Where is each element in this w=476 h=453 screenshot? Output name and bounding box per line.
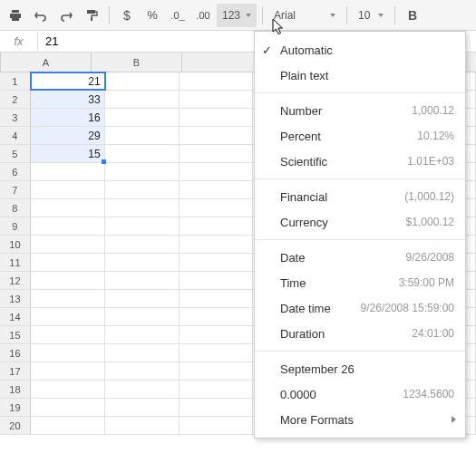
cell[interactable] [105, 381, 180, 398]
cell[interactable] [105, 145, 180, 162]
cell[interactable] [105, 127, 180, 144]
menu-item[interactable]: Number1,000.12 [255, 98, 465, 123]
cell[interactable]: 15 [31, 145, 105, 162]
cell[interactable] [31, 236, 105, 253]
cell[interactable] [105, 199, 180, 217]
menu-item[interactable]: Scientific1.01E+03 [255, 149, 465, 174]
cell[interactable] [105, 344, 180, 361]
column-header[interactable]: B [92, 53, 182, 72]
cell[interactable] [105, 399, 180, 416]
cell[interactable] [180, 181, 254, 198]
cell[interactable] [105, 417, 180, 434]
cell[interactable] [105, 109, 180, 126]
cell[interactable] [180, 91, 254, 108]
row-header[interactable]: 17 [0, 362, 31, 380]
menu-item[interactable]: Percent10.12% [255, 123, 465, 149]
cell[interactable] [31, 163, 105, 180]
row-header[interactable]: 3 [0, 109, 31, 126]
row-header[interactable]: 10 [0, 236, 31, 253]
cell[interactable] [105, 362, 180, 380]
cell[interactable] [105, 163, 180, 180]
row-header[interactable]: 20 [0, 417, 31, 434]
more-formats-dropdown[interactable]: 123 [217, 4, 257, 27]
menu-item[interactable]: Time3:59:00 PM [255, 270, 465, 295]
bold-button[interactable]: B [401, 4, 424, 27]
undo-button[interactable] [29, 4, 53, 27]
cell[interactable] [180, 199, 254, 217]
cell[interactable] [180, 290, 254, 307]
cell[interactable] [105, 72, 180, 90]
menu-item[interactable]: 0.00001234.5600 [255, 381, 465, 407]
cell[interactable] [105, 272, 180, 289]
paint-format-button[interactable] [80, 4, 103, 27]
row-header[interactable]: 8 [0, 199, 31, 217]
cell[interactable] [105, 217, 180, 235]
cell[interactable] [31, 199, 105, 217]
menu-item[interactable]: ✓Automatic [255, 37, 465, 63]
menu-item[interactable]: Plain text [255, 63, 465, 88]
cell[interactable] [180, 326, 254, 343]
menu-item[interactable]: September 26 [255, 356, 465, 381]
cell[interactable] [180, 417, 254, 434]
row-header[interactable]: 16 [0, 344, 31, 361]
cell[interactable] [31, 272, 105, 289]
cell[interactable] [31, 308, 105, 325]
cell[interactable] [105, 91, 180, 108]
row-header[interactable]: 18 [0, 381, 31, 398]
cell[interactable] [31, 399, 105, 416]
cell[interactable] [180, 381, 254, 398]
cell[interactable] [180, 344, 254, 361]
cell[interactable] [105, 254, 180, 271]
menu-item[interactable]: Currency$1,000.12 [255, 209, 465, 235]
row-header[interactable]: 14 [0, 308, 31, 325]
column-header[interactable]: A [1, 53, 92, 72]
cell[interactable] [31, 181, 105, 198]
cell[interactable] [180, 272, 254, 289]
row-header[interactable]: 13 [0, 290, 31, 307]
cell[interactable] [180, 362, 254, 380]
cell[interactable] [31, 290, 105, 307]
cell[interactable] [180, 254, 254, 271]
percent-button[interactable]: % [141, 4, 164, 27]
cell[interactable] [180, 236, 254, 253]
row-header[interactable]: 9 [0, 217, 31, 235]
row-header[interactable]: 4 [0, 127, 31, 144]
font-family-dropdown[interactable]: Arial [268, 4, 341, 27]
cell[interactable] [31, 362, 105, 380]
menu-item[interactable]: Date time9/26/2008 15:59:00 [255, 295, 465, 321]
cell[interactable]: 29 [31, 127, 105, 144]
redo-button[interactable] [54, 4, 78, 27]
cell[interactable]: 16 [31, 109, 105, 126]
cell[interactable]: 21 [31, 72, 105, 90]
row-header[interactable]: 7 [0, 181, 31, 198]
cell[interactable]: 33 [31, 91, 105, 108]
cell[interactable] [105, 181, 180, 198]
cell[interactable] [180, 217, 254, 235]
cell[interactable] [31, 326, 105, 343]
menu-item[interactable]: Duration24:01:00 [255, 321, 465, 346]
cell[interactable] [31, 417, 105, 434]
cell[interactable] [180, 399, 254, 416]
cell[interactable] [31, 217, 105, 235]
row-header[interactable]: 19 [0, 399, 31, 416]
decrease-decimal-button[interactable]: .0_ [166, 4, 189, 27]
menu-item[interactable]: More Formats [255, 407, 465, 432]
row-header[interactable]: 11 [0, 254, 31, 271]
row-header[interactable]: 6 [0, 163, 31, 180]
currency-button[interactable]: $ [115, 4, 139, 27]
row-header[interactable]: 5 [0, 145, 31, 162]
font-size-dropdown[interactable]: 10 [353, 4, 389, 27]
increase-decimal-button[interactable]: .00 [191, 4, 215, 27]
cell[interactable] [31, 344, 105, 361]
row-header[interactable]: 2 [0, 91, 31, 108]
cell[interactable] [105, 236, 180, 253]
cell[interactable] [180, 72, 254, 90]
cell[interactable] [105, 308, 180, 325]
menu-item[interactable]: Financial(1,000.12) [255, 184, 465, 209]
cell[interactable] [31, 381, 105, 398]
cell[interactable] [180, 127, 254, 144]
cell[interactable] [180, 145, 254, 162]
cell[interactable] [180, 163, 254, 180]
cell[interactable] [180, 308, 254, 325]
print-button[interactable] [4, 4, 27, 27]
